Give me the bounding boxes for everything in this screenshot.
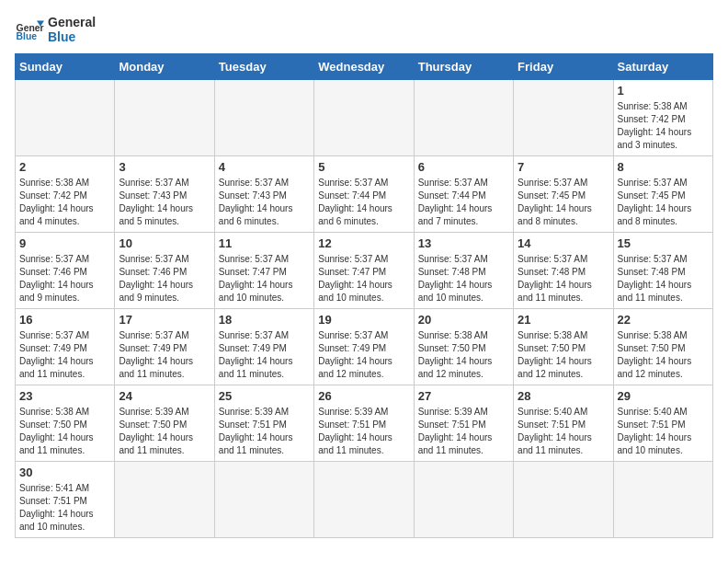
weekday-header-tuesday: Tuesday xyxy=(214,54,313,80)
empty-cell xyxy=(314,80,414,156)
day-cell-10: 10Sunrise: 5:37 AM Sunset: 7:46 PM Dayli… xyxy=(115,233,214,309)
day-cell-2: 2Sunrise: 5:38 AM Sunset: 7:42 PM Daylig… xyxy=(16,156,115,233)
logo-icon: General Blue xyxy=(15,15,44,44)
day-info: Sunrise: 5:37 AM Sunset: 7:48 PM Dayligh… xyxy=(618,253,709,304)
day-info: Sunrise: 5:38 AM Sunset: 7:42 PM Dayligh… xyxy=(618,100,709,152)
day-info: Sunrise: 5:38 AM Sunset: 7:50 PM Dayligh… xyxy=(518,329,609,381)
day-info: Sunrise: 5:37 AM Sunset: 7:48 PM Dayligh… xyxy=(418,253,509,304)
day-number: 12 xyxy=(318,236,409,250)
calendar-row: 9Sunrise: 5:37 AM Sunset: 7:46 PM Daylig… xyxy=(16,233,713,309)
day-number: 25 xyxy=(219,389,310,403)
day-info: Sunrise: 5:38 AM Sunset: 7:42 PM Dayligh… xyxy=(19,177,110,228)
day-cell-9: 9Sunrise: 5:37 AM Sunset: 7:46 PM Daylig… xyxy=(16,233,115,309)
day-number: 16 xyxy=(19,313,110,327)
day-number: 3 xyxy=(119,160,210,174)
empty-cell xyxy=(514,462,613,538)
day-info: Sunrise: 5:37 AM Sunset: 7:44 PM Dayligh… xyxy=(418,177,509,228)
day-number: 2 xyxy=(19,160,110,174)
day-number: 4 xyxy=(219,160,310,174)
day-number: 27 xyxy=(418,389,509,403)
day-info: Sunrise: 5:37 AM Sunset: 7:46 PM Dayligh… xyxy=(19,253,110,304)
day-info: Sunrise: 5:37 AM Sunset: 7:48 PM Dayligh… xyxy=(518,253,609,304)
day-number: 6 xyxy=(418,160,509,174)
day-info: Sunrise: 5:38 AM Sunset: 7:50 PM Dayligh… xyxy=(19,406,110,457)
empty-cell xyxy=(214,462,313,538)
weekday-header-friday: Friday xyxy=(514,54,613,80)
day-info: Sunrise: 5:40 AM Sunset: 7:51 PM Dayligh… xyxy=(518,406,609,457)
weekday-header-monday: Monday xyxy=(115,54,214,80)
day-number: 14 xyxy=(518,236,609,250)
day-number: 20 xyxy=(418,313,509,327)
empty-cell xyxy=(115,80,214,156)
empty-cell xyxy=(214,80,313,156)
day-info: Sunrise: 5:37 AM Sunset: 7:49 PM Dayligh… xyxy=(318,329,409,381)
day-cell-1: 1Sunrise: 5:38 AM Sunset: 7:42 PM Daylig… xyxy=(613,80,712,156)
day-cell-25: 25Sunrise: 5:39 AM Sunset: 7:51 PM Dayli… xyxy=(214,385,313,462)
empty-cell xyxy=(115,462,214,538)
day-number: 23 xyxy=(19,389,110,403)
calendar-row: 30Sunrise: 5:41 AM Sunset: 7:51 PM Dayli… xyxy=(16,462,713,538)
day-info: Sunrise: 5:37 AM Sunset: 7:44 PM Dayligh… xyxy=(318,177,409,228)
day-cell-22: 22Sunrise: 5:38 AM Sunset: 7:50 PM Dayli… xyxy=(613,309,712,385)
empty-cell xyxy=(613,462,712,538)
day-cell-4: 4Sunrise: 5:37 AM Sunset: 7:43 PM Daylig… xyxy=(214,156,313,233)
day-number: 5 xyxy=(318,160,409,174)
calendar-row: 16Sunrise: 5:37 AM Sunset: 7:49 PM Dayli… xyxy=(16,309,713,385)
day-cell-29: 29Sunrise: 5:40 AM Sunset: 7:51 PM Dayli… xyxy=(613,385,712,462)
weekday-header-sunday: Sunday xyxy=(16,54,115,80)
day-info: Sunrise: 5:39 AM Sunset: 7:51 PM Dayligh… xyxy=(219,406,310,457)
calendar-row: 2Sunrise: 5:38 AM Sunset: 7:42 PM Daylig… xyxy=(16,156,713,233)
day-cell-16: 16Sunrise: 5:37 AM Sunset: 7:49 PM Dayli… xyxy=(16,309,115,385)
weekday-header-row: SundayMondayTuesdayWednesdayThursdayFrid… xyxy=(16,54,713,80)
logo-general-text: General xyxy=(48,15,96,29)
calendar: SundayMondayTuesdayWednesdayThursdayFrid… xyxy=(15,53,713,538)
day-number: 24 xyxy=(119,389,210,403)
day-info: Sunrise: 5:37 AM Sunset: 7:46 PM Dayligh… xyxy=(119,253,210,304)
empty-cell xyxy=(514,80,613,156)
day-cell-3: 3Sunrise: 5:37 AM Sunset: 7:43 PM Daylig… xyxy=(115,156,214,233)
day-info: Sunrise: 5:37 AM Sunset: 7:49 PM Dayligh… xyxy=(219,329,310,381)
day-cell-20: 20Sunrise: 5:38 AM Sunset: 7:50 PM Dayli… xyxy=(414,309,513,385)
empty-cell xyxy=(414,462,513,538)
weekday-header-saturday: Saturday xyxy=(613,54,712,80)
day-cell-17: 17Sunrise: 5:37 AM Sunset: 7:49 PM Dayli… xyxy=(115,309,214,385)
day-cell-5: 5Sunrise: 5:37 AM Sunset: 7:44 PM Daylig… xyxy=(314,156,414,233)
day-number: 15 xyxy=(618,236,709,250)
empty-cell xyxy=(16,80,115,156)
day-cell-7: 7Sunrise: 5:37 AM Sunset: 7:45 PM Daylig… xyxy=(514,156,613,233)
day-number: 22 xyxy=(618,313,709,327)
day-info: Sunrise: 5:37 AM Sunset: 7:47 PM Dayligh… xyxy=(318,253,409,304)
day-info: Sunrise: 5:37 AM Sunset: 7:49 PM Dayligh… xyxy=(119,329,210,381)
day-cell-11: 11Sunrise: 5:37 AM Sunset: 7:47 PM Dayli… xyxy=(214,233,313,309)
weekday-header-wednesday: Wednesday xyxy=(314,54,414,80)
day-info: Sunrise: 5:39 AM Sunset: 7:51 PM Dayligh… xyxy=(418,406,509,457)
logo-blue-text: Blue xyxy=(48,29,96,44)
day-number: 17 xyxy=(119,313,210,327)
day-cell-8: 8Sunrise: 5:37 AM Sunset: 7:45 PM Daylig… xyxy=(613,156,712,233)
day-number: 1 xyxy=(618,84,709,98)
day-number: 7 xyxy=(518,160,609,174)
day-info: Sunrise: 5:37 AM Sunset: 7:45 PM Dayligh… xyxy=(618,177,709,228)
header: General Blue General Blue xyxy=(15,15,713,44)
day-info: Sunrise: 5:41 AM Sunset: 7:51 PM Dayligh… xyxy=(19,482,110,534)
day-number: 10 xyxy=(119,236,210,250)
day-number: 13 xyxy=(418,236,509,250)
day-number: 26 xyxy=(318,389,409,403)
day-cell-23: 23Sunrise: 5:38 AM Sunset: 7:50 PM Dayli… xyxy=(16,385,115,462)
day-number: 9 xyxy=(19,236,110,250)
day-number: 11 xyxy=(219,236,310,250)
calendar-row: 1Sunrise: 5:38 AM Sunset: 7:42 PM Daylig… xyxy=(16,80,713,156)
day-number: 19 xyxy=(318,313,409,327)
day-info: Sunrise: 5:37 AM Sunset: 7:47 PM Dayligh… xyxy=(219,253,310,304)
day-info: Sunrise: 5:37 AM Sunset: 7:43 PM Dayligh… xyxy=(219,177,310,228)
day-info: Sunrise: 5:37 AM Sunset: 7:49 PM Dayligh… xyxy=(19,329,110,381)
day-cell-6: 6Sunrise: 5:37 AM Sunset: 7:44 PM Daylig… xyxy=(414,156,513,233)
day-cell-24: 24Sunrise: 5:39 AM Sunset: 7:50 PM Dayli… xyxy=(115,385,214,462)
day-info: Sunrise: 5:39 AM Sunset: 7:50 PM Dayligh… xyxy=(119,406,210,457)
day-number: 8 xyxy=(618,160,709,174)
day-info: Sunrise: 5:37 AM Sunset: 7:43 PM Dayligh… xyxy=(119,177,210,228)
day-cell-27: 27Sunrise: 5:39 AM Sunset: 7:51 PM Dayli… xyxy=(414,385,513,462)
empty-cell xyxy=(314,462,414,538)
day-cell-26: 26Sunrise: 5:39 AM Sunset: 7:51 PM Dayli… xyxy=(314,385,414,462)
day-info: Sunrise: 5:38 AM Sunset: 7:50 PM Dayligh… xyxy=(418,329,509,381)
